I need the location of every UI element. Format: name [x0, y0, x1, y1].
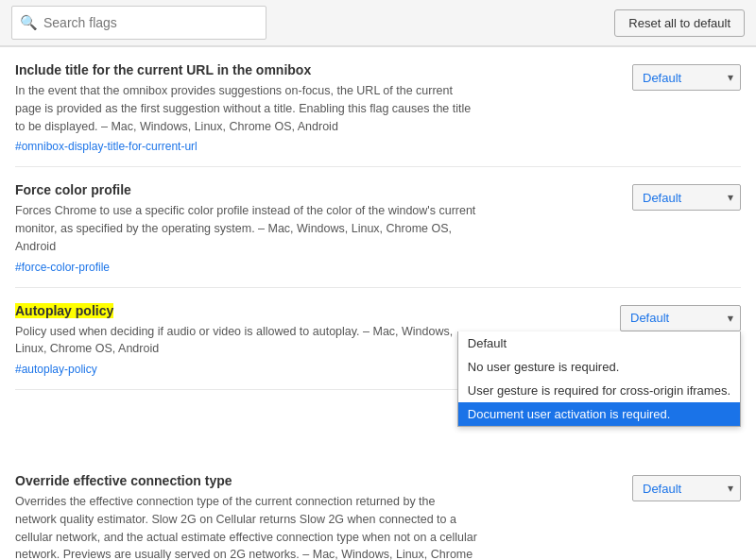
flag-item-autoplay: Autoplay policy Policy used when decidin…	[15, 288, 741, 391]
flag-anchor-omnibox[interactable]: #omnibox-display-title-for-current-url	[15, 140, 198, 153]
flag-item-connection-type: Override effective connection type Overr…	[15, 458, 741, 560]
select-wrapper-color-profile: Default Enabled Disabled	[632, 184, 741, 211]
flag-desc-autoplay: Policy used when deciding if audio or vi…	[15, 323, 478, 359]
autoplay-dropdown-trigger[interactable]: Default ▾	[620, 305, 741, 331]
flag-select-connection-type[interactable]: Default Enabled Disabled	[632, 475, 741, 501]
flag-title-omnibox: Include title for the current URL in the…	[15, 62, 478, 77]
dropdown-option-user-gesture-cross-origin[interactable]: User gesture is required for cross-origi…	[458, 379, 740, 402]
flag-anchor-autoplay[interactable]: #autoplay-policy	[15, 363, 97, 376]
select-wrapper-omnibox: Default Enabled Disabled	[632, 64, 741, 91]
reset-all-button[interactable]: Reset all to default	[614, 9, 745, 37]
flag-select-omnibox[interactable]: Default Enabled Disabled	[632, 64, 741, 91]
flag-item-omnibox: Include title for the current URL in the…	[15, 47, 741, 167]
flag-text-omnibox: Include title for the current URL in the…	[15, 62, 497, 153]
flags-list: Include title for the current URL in the…	[0, 47, 756, 560]
dropdown-option-no-gesture[interactable]: No user gesture is required.	[458, 355, 740, 379]
flag-text-color-profile: Force color profile Forces Chrome to use…	[15, 182, 497, 273]
autoplay-selected-label: Default	[630, 311, 669, 325]
flag-text-autoplay: Autoplay policy Policy used when decidin…	[15, 303, 497, 377]
flag-title-connection-type: Override effective connection type	[15, 473, 478, 488]
flag-anchor-color-profile[interactable]: #force-color-profile	[15, 261, 110, 274]
flag-control-autoplay: Default ▾ Default No user gesture is req…	[620, 305, 741, 331]
flag-item-color-profile: Force color profile Forces Chrome to use…	[15, 167, 741, 287]
flag-control-omnibox: Default Enabled Disabled	[632, 64, 741, 91]
search-input[interactable]	[43, 15, 258, 30]
flag-desc-color-profile: Forces Chrome to use a specific color pr…	[15, 202, 478, 255]
autoplay-dropdown-menu: Default No user gesture is required. Use…	[457, 331, 741, 427]
search-box: 🔍	[11, 6, 266, 40]
flag-desc-connection-type: Overrides the effective connection type …	[15, 493, 478, 560]
header-bar: 🔍 Reset all to default	[0, 0, 756, 46]
flag-desc-omnibox: In the event that the omnibox provides s…	[15, 82, 478, 135]
dropdown-option-doc-activation[interactable]: Document user activation is required.	[458, 402, 740, 426]
dropdown-option-default[interactable]: Default	[458, 331, 740, 355]
chevron-down-icon: ▾	[728, 313, 732, 323]
flag-title-autoplay: Autoplay policy	[15, 303, 478, 318]
flag-title-color-profile: Force color profile	[15, 182, 478, 197]
flag-title-highlight: Autoplay policy	[15, 303, 113, 318]
search-icon: 🔍	[20, 14, 38, 31]
flag-control-color-profile: Default Enabled Disabled	[632, 184, 741, 211]
flag-control-connection-type: Default Enabled Disabled	[632, 475, 741, 501]
select-wrapper-connection-type: Default Enabled Disabled	[632, 475, 741, 501]
flag-select-color-profile[interactable]: Default Enabled Disabled	[632, 184, 741, 211]
flag-text-connection-type: Override effective connection type Overr…	[15, 473, 497, 560]
select-wrapper-autoplay: Default ▾ Default No user gesture is req…	[620, 305, 741, 331]
